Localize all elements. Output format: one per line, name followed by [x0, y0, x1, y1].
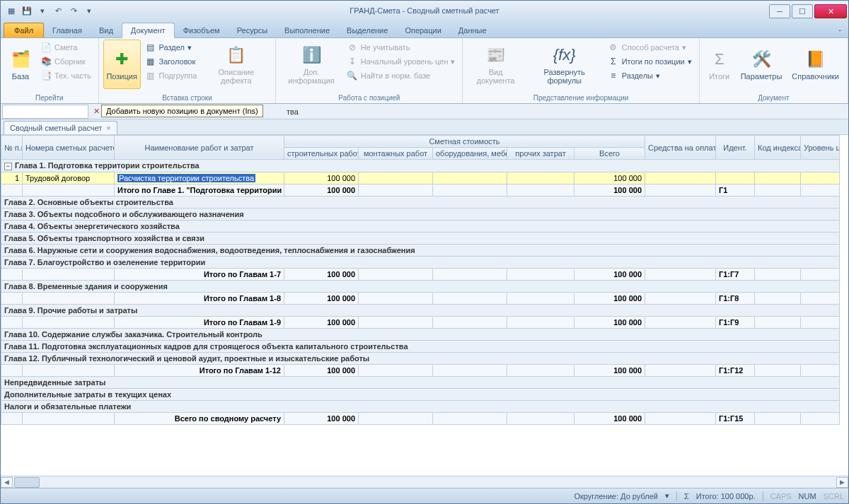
sigma-icon: Σ: [684, 492, 689, 500]
formula-icon: {fx}: [553, 44, 576, 66]
close-button[interactable]: ✕: [814, 4, 847, 18]
horizontal-scrollbar[interactable]: ◀ ▶: [1, 476, 848, 488]
table-row[interactable]: Налоги и обязательные платежи: [1, 401, 840, 413]
razdel-button[interactable]: ▤Раздел ▾: [142, 41, 200, 54]
table-row[interactable]: Глава 2. Основные объекты строительства: [1, 197, 840, 209]
table-row[interactable]: −Глава 1. Подготовка территории строител…: [1, 160, 840, 172]
table-row[interactable]: Всего по сводному расчету 100 000 100 00…: [1, 413, 840, 425]
podgruppa-button[interactable]: ▥Подгруппа: [142, 69, 200, 82]
status-num: NUM: [799, 492, 816, 500]
col-naimen[interactable]: Наименование работ и затрат: [115, 136, 284, 160]
col-prochih[interactable]: прочих затрат: [507, 148, 574, 160]
itogipos-button[interactable]: ΣИтоги по позиции ▾: [605, 55, 695, 68]
minimize-button[interactable]: ─: [769, 4, 790, 18]
base-button[interactable]: 🗂️ База: [5, 40, 36, 89]
sprav-button[interactable]: 📙 Справочники: [787, 40, 843, 89]
tab-file[interactable]: Файл: [4, 23, 44, 37]
itogi-button[interactable]: Σ Итоги: [704, 40, 735, 89]
zagolovok-button[interactable]: ▦Заголовок: [142, 55, 200, 68]
doctab-summary[interactable]: Сводный сметный расчет ×: [4, 121, 117, 134]
zagolovok-icon: ▦: [145, 56, 156, 67]
group-goto-label: Перейти: [5, 93, 94, 103]
book-icon: 📙: [804, 48, 827, 71]
table-row[interactable]: Итого по Главам 1-8 100 000 100 000Г1:Г8: [1, 293, 840, 305]
titlebar: ▦ 💾 ▾ ↶ ↷ ▾ ГРАНД-Смета - Сводный сметны…: [1, 1, 848, 20]
ribbon-help-icon[interactable]: ˆ: [838, 29, 841, 37]
tab-document[interactable]: Документ: [122, 23, 175, 38]
table-row[interactable]: Итого по Главам 1-7 100 000 100 000Г1:Г7: [1, 269, 840, 281]
col-montazh[interactable]: монтажных работ: [359, 148, 433, 160]
summary-grid[interactable]: № п.п Номера сметных расчетов и смет Наи…: [1, 135, 840, 425]
scroll-right-icon[interactable]: ▶: [836, 477, 848, 488]
table-row[interactable]: Глава 11. Подготовка эксплуатационных ка…: [1, 341, 840, 353]
tab-data[interactable]: Данные: [450, 23, 495, 37]
col-num[interactable]: № п.п: [1, 136, 23, 160]
params-button[interactable]: 🛠️ Параметры: [737, 40, 787, 89]
col-smetstoim[interactable]: Сметная стоимость: [284, 136, 645, 148]
save-icon[interactable]: 💾: [21, 4, 33, 17]
app-icon[interactable]: ▦: [5, 4, 18, 17]
group-view-label: Представление информации: [467, 93, 694, 103]
statusbar: Округление: До рублей▾ Σ Итого: 100 000р…: [1, 488, 848, 503]
defect-button[interactable]: 📋 Описание дефекта: [201, 40, 271, 89]
col-uroven[interactable]: Уровень цен: [801, 136, 840, 160]
undo-icon[interactable]: ↶: [52, 4, 64, 17]
ribbon-tabs: Файл Главная Вид Документ Физобъем Ресур…: [1, 20, 848, 37]
dopinfo-button[interactable]: ℹ️ Доп. информация: [280, 40, 342, 89]
table-row[interactable]: Итого по Главам 1-9 100 000 100 000Г1:Г9: [1, 317, 840, 329]
viddoc-button[interactable]: 📰 Вид документа: [467, 40, 524, 89]
nachurov-button[interactable]: ↧Начальный уровень цен ▾: [344, 55, 458, 68]
sposob-button[interactable]: ⚙Способ расчета ▾: [605, 41, 695, 54]
col-ident[interactable]: Идент.: [716, 136, 755, 160]
neuchit-button[interactable]: ⊘Не учитывать: [344, 41, 458, 54]
table-row[interactable]: Глава 7. Благоустройство и озеленение те…: [1, 257, 840, 269]
tab-view[interactable]: Вид: [91, 23, 122, 37]
status-total: Итого: 100 000р.: [696, 492, 756, 500]
status-rounding[interactable]: Округление: До рублей: [574, 492, 657, 500]
tab-operations[interactable]: Операции: [396, 23, 449, 37]
scroll-left-icon[interactable]: ◀: [1, 477, 13, 488]
table-row[interactable]: Итого по Главе 1. "Подготовка территории…: [1, 184, 840, 197]
sbornik-button[interactable]: 📚Сборник: [37, 55, 94, 68]
col-nomera[interactable]: Номера сметных расчетов и смет: [23, 136, 115, 160]
table-row[interactable]: Глава 6. Наружные сети и сооружения водо…: [1, 245, 840, 257]
smeta-button[interactable]: 📄Смета: [37, 41, 94, 54]
table-row[interactable]: Непредвиденные затраты: [1, 377, 840, 389]
table-row[interactable]: Глава 5. Объекты транспортного хозяйства…: [1, 233, 840, 245]
name-box[interactable]: [2, 105, 88, 119]
tab-home[interactable]: Главная: [44, 23, 91, 37]
redo-icon[interactable]: ↷: [67, 4, 80, 17]
close-tab-icon[interactable]: ×: [106, 124, 110, 132]
col-kod[interactable]: Код индекса: [755, 136, 801, 160]
table-row[interactable]: Глава 4. Объекты энергетического хозяйст…: [1, 221, 840, 233]
col-sredstva[interactable]: Средства на оплату труда: [645, 136, 716, 160]
tab-execution[interactable]: Выполнение: [276, 23, 338, 37]
col-vsego[interactable]: Всего: [574, 148, 645, 160]
table-row[interactable]: Глава 8. Временные здания и сооружения: [1, 281, 840, 293]
tab-resources[interactable]: Ресурсы: [229, 23, 276, 37]
status-caps: CAPS: [770, 492, 792, 500]
position-button[interactable]: ✚ Позиция: [103, 40, 141, 89]
collapse-icon[interactable]: −: [4, 163, 12, 170]
razvernut-button[interactable]: {fx} Развернуть формулы: [526, 40, 603, 89]
tab-phys[interactable]: Физобъем: [175, 23, 229, 37]
col-stroit[interactable]: строительных работ: [284, 148, 359, 160]
group-position-label: Работа с позицией: [280, 93, 458, 103]
qat-dropdown-icon[interactable]: ▾: [36, 4, 49, 17]
table-row[interactable]: Итого по Главам 1-12 100 000 100 000Г1:Г…: [1, 365, 840, 377]
table-row[interactable]: Глава 9. Прочие работы и затраты: [1, 305, 840, 317]
tab-selection[interactable]: Выделение: [338, 23, 396, 37]
table-row[interactable]: Дополнительные затраты в текущих ценах: [1, 389, 840, 401]
naiti-button[interactable]: 🔍Найти в норм. базе: [344, 69, 458, 82]
razdely-button[interactable]: ≡Разделы ▾: [605, 69, 695, 82]
table-row[interactable]: Глава 3. Объекты подсобного и обслуживаю…: [1, 209, 840, 221]
maximize-button[interactable]: ☐: [792, 4, 813, 18]
table-row[interactable]: Глава 10. Содержание службы заказчика. С…: [1, 329, 840, 341]
tech-button[interactable]: 📑Тех. часть: [37, 69, 94, 82]
table-row[interactable]: Глава 12. Публичный технологический и це…: [1, 353, 840, 365]
table-row[interactable]: 1 Трудовой договор Расчистка территории …: [1, 172, 840, 184]
qat-more-icon[interactable]: ▾: [83, 4, 96, 17]
cell-editor[interactable]: Расчистка территории строительства: [117, 174, 255, 182]
col-oborud[interactable]: оборудования, мебели, инвентаря: [433, 148, 507, 160]
scroll-thumb[interactable]: [14, 477, 40, 488]
